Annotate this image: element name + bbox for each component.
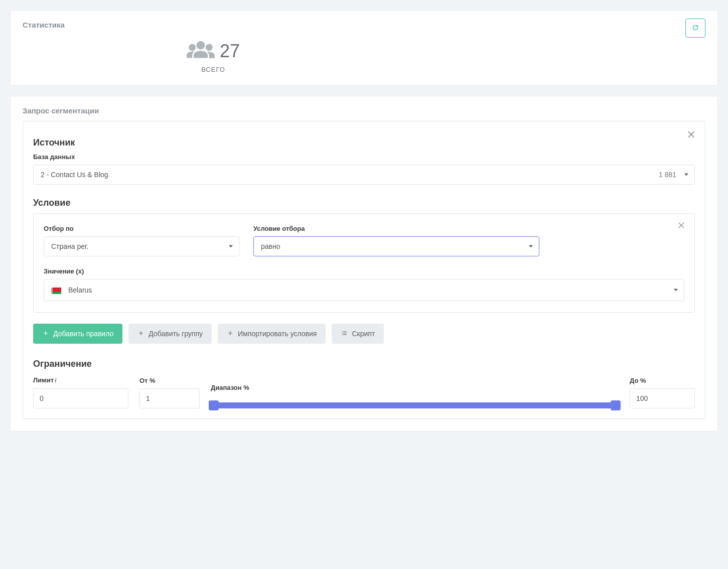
stats-title: Статистика (23, 21, 705, 29)
condition-heading: Условие (33, 198, 695, 208)
db-label: База данных (33, 153, 695, 161)
stat-label: ВСЕГО (201, 66, 225, 73)
add-rule-label: Добавить правило (53, 330, 113, 338)
segmentation-card: Запрос сегментации Источник База данных … (10, 96, 718, 432)
list-icon (341, 330, 348, 338)
button-row: Добавить правило Добавить группу Импорти… (33, 324, 695, 344)
svg-point-0 (197, 41, 205, 50)
script-button[interactable]: Скрипт (332, 324, 384, 344)
from-input[interactable] (139, 388, 200, 408)
database-select[interactable]: 2 - Contact Us & Blog 1 881 (33, 165, 695, 185)
add-group-label: Добавить группу (149, 330, 203, 338)
svg-point-1 (189, 44, 196, 51)
close-source-button[interactable] (687, 129, 697, 141)
statistics-card: Статистика 27 ВСЕГО (10, 10, 718, 86)
filter-by-select[interactable]: Страна рег. (44, 236, 239, 256)
users-icon (187, 39, 215, 63)
svg-point-2 (206, 44, 213, 51)
to-input[interactable] (630, 388, 695, 408)
refresh-button[interactable] (685, 19, 705, 38)
script-label: Скрипт (352, 330, 375, 338)
range-slider[interactable] (211, 402, 619, 408)
range-handle-right[interactable] (611, 400, 621, 410)
condition-block: Отбор по Страна рег. Условие отбора равн… (33, 213, 695, 313)
value-label: Значение (x) (44, 267, 684, 275)
refresh-icon (691, 24, 699, 33)
value-content: Belarus (51, 286, 92, 294)
limit-label: Лимитi (33, 376, 128, 384)
caret-down-icon (684, 174, 688, 176)
limit-row: Лимитi От % Диапазон % До % (33, 376, 695, 408)
stat-block: 27 ВСЕГО (138, 39, 288, 73)
db-selected-value: 2 - Contact Us & Blog (41, 171, 108, 179)
caret-down-icon (529, 245, 533, 248)
caret-down-icon (229, 245, 233, 248)
limit-heading: Ограничение (33, 359, 695, 369)
info-icon: i (55, 376, 57, 384)
stat-value: 27 (220, 41, 240, 62)
close-icon (677, 223, 686, 231)
range-label: Диапазон % (211, 384, 619, 391)
plus-icon (42, 330, 49, 338)
close-icon (687, 133, 697, 141)
operator-select[interactable]: равно (253, 236, 539, 256)
plus-icon (227, 330, 234, 338)
caret-down-icon (674, 289, 678, 292)
add-group-button[interactable]: Добавить группу (128, 324, 212, 344)
db-count: 1 881 (659, 171, 676, 179)
value-select[interactable]: Belarus (44, 279, 684, 301)
segmentation-title: Запрос сегментации (23, 106, 705, 115)
source-heading: Источник (33, 137, 695, 148)
operator-value: равно (261, 242, 280, 250)
import-label: Импортировать условия (238, 330, 317, 338)
add-rule-button[interactable]: Добавить правило (33, 324, 122, 344)
limit-input[interactable] (33, 388, 128, 408)
filter-by-label: Отбор по (44, 225, 239, 232)
value-text: Belarus (68, 286, 92, 294)
to-label: До % (630, 377, 695, 384)
remove-condition-button[interactable] (677, 221, 686, 231)
plus-icon (137, 330, 144, 338)
import-conditions-button[interactable]: Импортировать условия (218, 324, 326, 344)
flag-belarus-icon (51, 288, 61, 294)
filter-by-value: Страна рег. (51, 242, 88, 250)
source-panel: Источник База данных 2 - Contact Us & Bl… (23, 121, 705, 419)
range-handle-left[interactable] (209, 400, 219, 410)
from-label: От % (139, 377, 200, 384)
operator-label: Условие отбора (253, 225, 539, 232)
